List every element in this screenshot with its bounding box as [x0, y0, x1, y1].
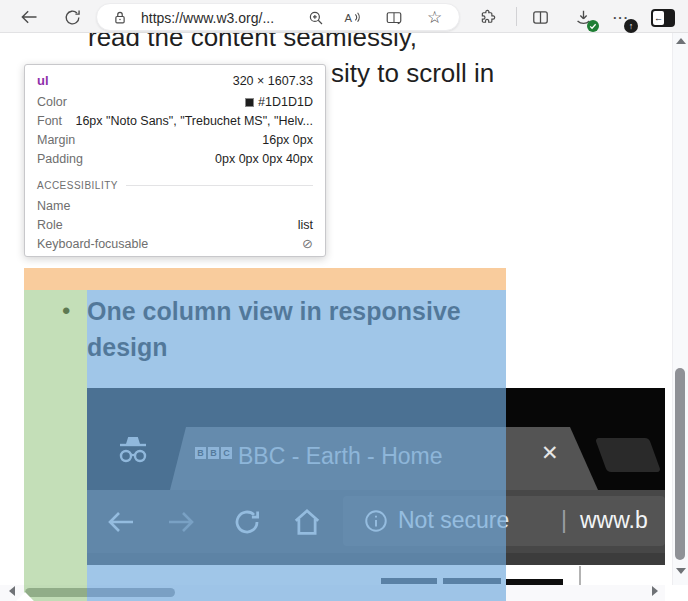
tooltip-row-value: list	[298, 218, 313, 232]
tooltip-row-value: 16px 0px	[262, 133, 313, 147]
address-bar[interactable]: https://www.w3.org/... A ☆	[96, 3, 460, 31]
svg-text:A: A	[345, 12, 353, 24]
tooltip-row-label: Role	[37, 218, 63, 232]
mobile-refresh-icon	[232, 507, 262, 541]
mobile-tab-close-icon: ✕	[541, 441, 559, 465]
scroll-up-arrow[interactable]	[676, 38, 686, 44]
url-text: https://www.w3.org/...	[141, 10, 274, 26]
zoom-icon[interactable]	[307, 9, 325, 31]
mobile-tab-shape	[87, 388, 665, 490]
mobile-back-icon	[106, 509, 136, 539]
browser-window: read the content seamlessly, sity to scr…	[0, 0, 688, 601]
bbc-logo: B B C	[195, 447, 232, 459]
highlight-margin-overlay	[24, 268, 506, 290]
incognito-icon	[113, 430, 153, 472]
bbc-logo-block: B	[195, 447, 206, 459]
list-bullet: •	[62, 297, 70, 325]
mobile-toolbar: Not secure | www.b	[87, 490, 665, 553]
screenshot-bottom-band	[87, 553, 665, 565]
scroll-left-arrow[interactable]	[9, 586, 15, 596]
color-swatch	[245, 98, 254, 107]
url-separator: |	[561, 507, 567, 534]
back-button[interactable]	[16, 4, 42, 30]
refresh-button[interactable]	[59, 4, 85, 30]
bbc-logo-block: B	[208, 447, 219, 459]
tooltip-element-tag: ul	[37, 73, 49, 88]
reader-mode-icon[interactable]	[385, 9, 403, 31]
tooltip-row-label: Keyboard-focusable	[37, 237, 148, 251]
vertical-scrollbar-thumb[interactable]	[675, 368, 685, 560]
mobile-forward-icon	[166, 509, 196, 539]
tooltip-row-label: Name	[37, 199, 70, 213]
split-screen-icon[interactable]	[527, 4, 553, 30]
tooltip-row-label: Padding	[37, 152, 83, 166]
mobile-tab-title: BBC - Earth - Home	[238, 443, 443, 470]
lock-icon[interactable]	[111, 9, 129, 31]
tooltip-row-label: Color	[37, 95, 67, 109]
favorite-star-icon[interactable]: ☆	[427, 7, 442, 28]
mobile-url-bar: Not secure | www.b	[343, 496, 665, 546]
download-complete-badge	[587, 20, 599, 32]
list-item-heading: One column view in responsive design	[87, 293, 527, 365]
mobile-url-text: www.b	[580, 507, 648, 534]
mobile-background-tab	[595, 438, 661, 472]
scroll-down-arrow[interactable]	[676, 568, 686, 574]
extensions-icon[interactable]	[474, 4, 500, 30]
tooltip-row-value: 16px "Noto Sans", "Trebuchet MS", "Helv.…	[75, 114, 313, 128]
update-available-badge: ↑	[624, 19, 638, 33]
tooltip-row-label: Font	[37, 114, 62, 128]
tooltip-row-value: 0px 0px 0px 40px	[215, 152, 313, 166]
browser-toolbar: https://www.w3.org/... A ☆ ···	[0, 0, 688, 33]
info-icon	[363, 508, 389, 538]
settings-more-icon[interactable]: ··· ↑	[608, 4, 634, 30]
blocked-icon: ⊘	[302, 236, 313, 251]
sidebar-panel-icon[interactable]: ←	[650, 5, 676, 31]
content-fragment-dash	[443, 578, 501, 584]
highlight-padding-overlay	[24, 290, 87, 601]
tooltip-row-label: Margin	[37, 133, 75, 147]
tooltip-row-value: #1D1D1D	[245, 95, 313, 109]
inspect-tooltip: ul 320 × 1607.33 Color #1D1D1D Font 16px…	[24, 64, 326, 257]
page-text-line2: sity to scroll in	[331, 58, 494, 89]
downloads-icon[interactable]	[570, 4, 596, 30]
read-aloud-icon[interactable]: A	[343, 9, 361, 31]
horizontal-scrollbar-thumb[interactable]	[25, 588, 175, 597]
embedded-screenshot-image: B B C BBC - Earth - Home ✕ N	[87, 388, 665, 565]
tooltip-dimensions: 320 × 1607.33	[233, 74, 313, 88]
scroll-right-arrow[interactable]	[652, 586, 658, 596]
tooltip-section-title: ACCESSIBILITY	[37, 180, 118, 191]
content-fragment-dash	[381, 578, 437, 584]
bbc-logo-block: C	[221, 447, 232, 459]
mobile-home-icon	[292, 507, 322, 541]
not-secure-label: Not secure	[398, 507, 509, 534]
toolbar-divider	[516, 7, 517, 26]
